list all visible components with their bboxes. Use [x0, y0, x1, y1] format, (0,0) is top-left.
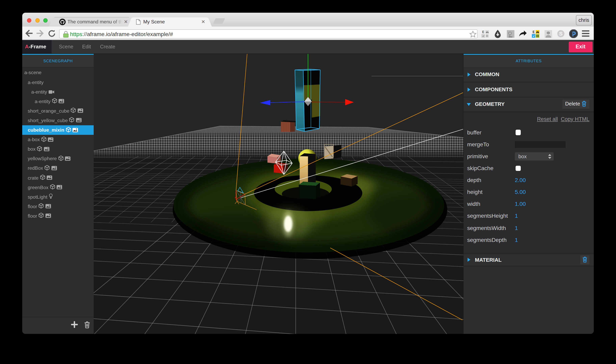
- svg-text:E: E: [533, 30, 535, 34]
- svg-text:E: E: [482, 30, 484, 34]
- svg-text:S: S: [559, 31, 562, 37]
